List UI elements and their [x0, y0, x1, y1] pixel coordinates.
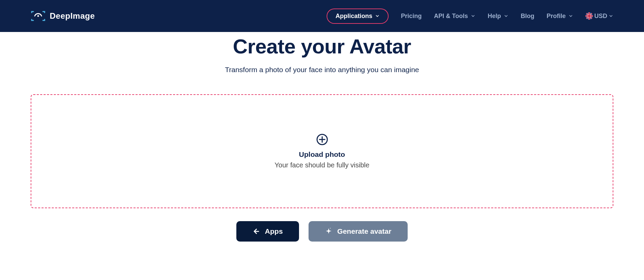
nav-api-tools-label: API & Tools [434, 13, 468, 20]
currency-selector[interactable]: USD [585, 12, 613, 20]
generate-avatar-button-label: Generate avatar [337, 227, 391, 235]
nav-help[interactable]: Help [488, 9, 508, 23]
nav-blog-label: Blog [521, 13, 534, 20]
nav-pricing-label: Pricing [401, 13, 422, 20]
chevron-down-icon [471, 14, 475, 18]
page-subtitle: Transform a photo of your face into anyt… [31, 66, 613, 74]
main: Create your Avatar Transform a photo of … [0, 35, 644, 255]
upload-title: Upload photo [299, 150, 345, 159]
chevron-down-icon [568, 14, 573, 18]
nav-blog[interactable]: Blog [521, 9, 534, 23]
chevron-down-icon [375, 14, 380, 18]
currency-label: USD [594, 13, 607, 20]
logo-icon [31, 11, 46, 21]
apps-button-label: Apps [265, 227, 283, 235]
nav-applications[interactable]: Applications [327, 9, 389, 24]
nav-help-label: Help [488, 13, 501, 20]
nav-profile-label: Profile [547, 13, 566, 20]
upload-hint: Your face should be fully visible [274, 161, 369, 169]
nav-applications-label: Applications [335, 13, 372, 20]
flag-uk-icon [585, 12, 593, 20]
logo[interactable]: DeepImage [31, 11, 95, 21]
brand-name: DeepImage [50, 11, 95, 21]
page-title: Create your Avatar [31, 35, 613, 58]
apps-button[interactable]: Apps [236, 221, 299, 242]
chevron-down-icon [504, 14, 508, 18]
header: DeepImage Applications Pricing API & Too… [0, 0, 644, 32]
nav-pricing[interactable]: Pricing [401, 9, 422, 23]
nav-api-tools[interactable]: API & Tools [434, 9, 475, 23]
arrow-left-icon [253, 228, 260, 235]
generate-avatar-button[interactable]: Generate avatar [309, 221, 408, 242]
plus-circle-icon [316, 133, 328, 146]
actions: Apps Generate avatar [31, 221, 613, 242]
chevron-down-icon [609, 14, 613, 18]
upload-dropzone[interactable]: Upload photo Your face should be fully v… [31, 94, 613, 208]
nav-profile[interactable]: Profile [547, 9, 573, 23]
svg-point-0 [37, 15, 39, 17]
nav: Applications Pricing API & Tools Help Bl… [327, 9, 613, 24]
sparkle-icon [325, 228, 332, 235]
